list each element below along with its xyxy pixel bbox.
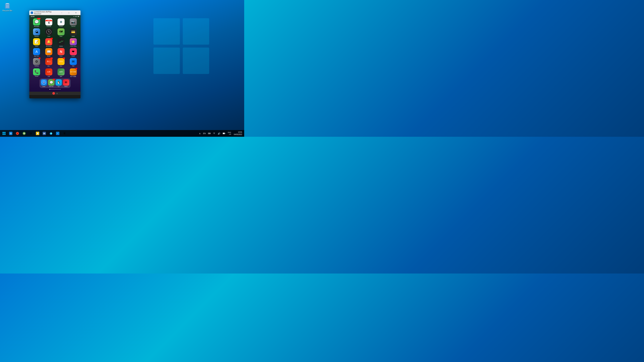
- taskbar-clock[interactable]: 13:01 04/05/2022: [232, 131, 244, 136]
- wechat-icon: 💬 72: [48, 79, 54, 86]
- reminders-icon: 🔔 2: [45, 38, 52, 45]
- svg-point-43: [50, 132, 52, 134]
- taskbar-edge[interactable]: [48, 130, 54, 137]
- chrome-app-icon: [16, 132, 19, 135]
- app-photos[interactable]: Photos: [56, 18, 67, 27]
- app-calendar[interactable]: WED 4 Calendar: [43, 18, 54, 27]
- taskbar-chrome-app[interactable]: [14, 130, 21, 137]
- taskbar-todo[interactable]: ✓: [54, 130, 61, 137]
- taskbar-settings[interactable]: ⚙: [28, 130, 34, 137]
- app-wallet[interactable]: 💳 Wallet: [68, 28, 79, 37]
- keyboard-icon: ⌨: [208, 132, 211, 135]
- svg-rect-34: [2, 134, 4, 135]
- phone-label: Phone: [35, 76, 38, 77]
- record-button[interactable]: [52, 92, 55, 95]
- wifi-signal-icon: WiFi: [75, 16, 77, 17]
- news-icon: N: [58, 48, 64, 55]
- mail-icon: ✉: [70, 58, 77, 65]
- app-chinese4[interactable]: 效率 效率: [56, 68, 67, 77]
- language-indicator[interactable]: EN: [202, 130, 206, 137]
- chinese-input-indicator[interactable]: ⌨: [207, 130, 212, 137]
- dot-5: [54, 89, 55, 90]
- app-reminders[interactable]: 🔔 2 Reminders: [43, 38, 54, 47]
- chinese5-label: 相片与视频: [70, 76, 76, 77]
- mail-label: Mail: [72, 65, 74, 66]
- svg-rect-5: [6, 3, 9, 4]
- show-hidden-icons[interactable]: ∧: [198, 130, 202, 137]
- app-grid-row4: A App Store 📖 Books N: [29, 47, 80, 57]
- dock-qq[interactable]: 🐧 QQ: [56, 79, 62, 87]
- start-button[interactable]: [1, 130, 8, 137]
- dock-safari[interactable]: Safari: [41, 79, 47, 87]
- volume-tray[interactable]: 🔊: [217, 130, 221, 137]
- input-icon: EN: [203, 132, 206, 134]
- language-display[interactable]: ENG US: [227, 130, 232, 137]
- settings-label: Settings: [34, 65, 39, 66]
- dot-1: [49, 89, 50, 90]
- itunes-icon: ⭐: [70, 38, 77, 45]
- status-bar: 13:01 ▪▪▪ WiFi ▮▮: [29, 15, 80, 18]
- app-maps[interactable]: 🗺 Maps: [56, 28, 67, 37]
- taskbar-outlook[interactable]: O: [8, 130, 14, 137]
- svg-rect-33: [4, 132, 6, 133]
- battery-tray[interactable]: [222, 130, 226, 137]
- settings-taskbar-icon: ⚙: [29, 132, 32, 135]
- weather-label: Weather: [34, 36, 39, 37]
- app-settings[interactable]: ⚙ 1 Settings: [31, 58, 42, 67]
- app-books[interactable]: 📖 Books: [43, 48, 54, 57]
- app-news[interactable]: N News: [56, 48, 67, 57]
- app-chinese5[interactable]: 相片与视频 1 相片与视频: [68, 68, 79, 77]
- calendar-label: Calendar: [46, 26, 51, 27]
- recycle-bin[interactable]: Recycle Bin: [2, 2, 13, 12]
- windows-logo-watermark: [152, 17, 211, 75]
- svg-text:L: L: [32, 12, 32, 13]
- chinese4-label: 效率: [60, 76, 62, 77]
- recycle-bin-icon: [4, 2, 11, 9]
- app-stocks[interactable]: Stocks: [56, 38, 67, 47]
- app-appstore[interactable]: A App Store: [31, 48, 42, 57]
- dock-weibo[interactable]: 👁 Weibo: [63, 79, 69, 87]
- messages-label: Messages: [34, 26, 39, 27]
- stocks-label: Stocks: [59, 45, 63, 47]
- maps-label: Maps: [60, 36, 62, 37]
- wifi-tray[interactable]: [212, 130, 216, 137]
- svg-point-41: [24, 133, 25, 134]
- taskbar-chrome[interactable]: [21, 130, 28, 137]
- app-chinese3[interactable]: 乐库 乐库: [43, 68, 54, 77]
- app-weather[interactable]: 🌤 Weather: [31, 28, 42, 37]
- weibo-label: Weibo: [64, 86, 68, 87]
- taskbar-word[interactable]: W: [41, 130, 48, 137]
- close-button[interactable]: ✕: [72, 10, 79, 15]
- reminders-label: Reminders: [46, 45, 52, 47]
- edge-icon: [49, 132, 53, 135]
- app-mail[interactable]: ✉ Mail: [68, 58, 79, 67]
- dock-wechat[interactable]: 💬 72 WeChat: [48, 79, 54, 87]
- app-grid-row5: ⚙ 1 Settings 路上 112 路上: [29, 57, 80, 68]
- taskbar-sticky-notes[interactable]: 📋: [34, 130, 41, 137]
- app-chinese2[interactable]: 音乐 14 音乐: [56, 58, 67, 67]
- app-itunes[interactable]: ⭐ iTunes Store: [68, 38, 79, 47]
- app-health[interactable]: ❤ Health: [68, 48, 79, 57]
- calendar-icon: WED 4: [45, 18, 52, 25]
- maximize-button[interactable]: □: [66, 10, 72, 15]
- maps-icon: 🗺: [58, 28, 64, 35]
- word-icon: W: [42, 132, 46, 135]
- camera-icon: 📷: [70, 18, 77, 25]
- svg-rect-46: [223, 133, 224, 134]
- minimize-button[interactable]: −: [58, 10, 65, 15]
- notes-icon: 📝: [33, 38, 40, 45]
- battery-icon: ▮▮: [78, 16, 79, 17]
- status-time: 13:01: [31, 15, 34, 17]
- taskbar: O: [0, 130, 244, 137]
- app-phone[interactable]: 📞 Phone: [31, 68, 42, 77]
- phone-screen: 13:01 ▪▪▪ WiFi ▮▮ 💬 2,972: [29, 15, 80, 92]
- taskbar-remote-desktop[interactable]: 🖥: [61, 130, 68, 137]
- app-camera[interactable]: 📷 Camera: [68, 18, 79, 27]
- collapse-icon: ⊟: [56, 92, 58, 94]
- app-messages[interactable]: 💬 2,972 Messages: [31, 18, 42, 27]
- app-icon: L: [31, 11, 33, 14]
- app-chinese1[interactable]: 路上 112 路上: [43, 58, 54, 67]
- app-clock[interactable]: Clock: [43, 28, 54, 37]
- svg-rect-1: [183, 18, 209, 45]
- app-notes[interactable]: 📝 Notes: [31, 38, 42, 47]
